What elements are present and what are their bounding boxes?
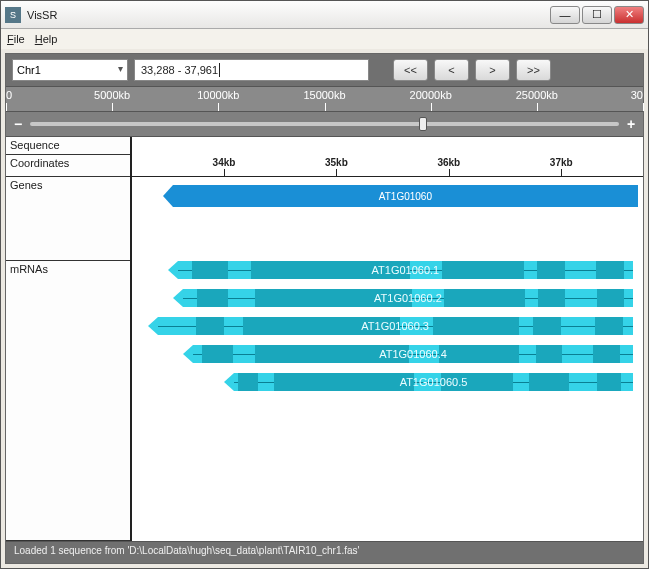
nav-next-button[interactable]: > [475,59,510,81]
toolbar: Chr1 33,288 - 37,961 << < > >> [6,54,643,86]
zoom-in-button[interactable]: + [625,116,637,132]
content-frame: Chr1 33,288 - 37,961 << < > >> 05000kb10… [5,53,644,564]
menu-help[interactable]: Help [35,33,58,45]
menu-file[interactable]: File [7,33,25,45]
gene-feature[interactable]: AT1G01060 [173,185,638,207]
maximize-button[interactable]: ☐ [582,6,612,24]
zoom-slider-thumb[interactable] [419,117,427,131]
coordinate-ruler: 34kb35kb36kb37kb [132,155,643,177]
nav-prev-button[interactable]: < [434,59,469,81]
zoom-slider-bar: − + [6,112,643,136]
chromosome-value: Chr1 [17,64,41,76]
window-title: VisSR [27,9,550,21]
chromosome-select[interactable]: Chr1 [12,59,128,81]
track-label-sequence[interactable]: Sequence [6,137,130,155]
range-value: 33,288 - 37,961 [141,64,218,76]
close-button[interactable]: ✕ [614,6,644,24]
overview-ruler[interactable]: 05000kb10000kb15000kb20000kb25000kb30 [6,86,643,112]
mrna-feature[interactable]: AT1G01060.3 [158,317,633,335]
mrna-feature[interactable]: AT1G01060.2 [183,289,633,307]
zoom-out-button[interactable]: − [12,116,24,132]
mrna-feature[interactable]: AT1G01060.5 [234,373,633,391]
track-labels-column: Sequence Coordinates Genes mRNAs [6,137,132,541]
mrna-feature[interactable]: AT1G01060.1 [178,261,633,279]
track-label-genes[interactable]: Genes [6,177,130,261]
menubar: File Help [1,29,648,49]
range-input[interactable]: 33,288 - 37,961 [134,59,369,81]
main-view: Sequence Coordinates Genes mRNAs 34kb35k… [6,136,643,541]
mrna-feature[interactable]: AT1G01060.4 [193,345,632,363]
track-label-mrnas[interactable]: mRNAs [6,261,130,541]
track-label-coordinates[interactable]: Coordinates [6,155,130,177]
app-icon: S [5,7,21,23]
status-bar: Loaded 1 sequence from 'D:\LocalData\hug… [6,541,643,563]
titlebar[interactable]: S VisSR — ☐ ✕ [1,1,648,29]
minimize-button[interactable]: — [550,6,580,24]
nav-last-button[interactable]: >> [516,59,551,81]
app-window: S VisSR — ☐ ✕ File Help Chr1 33,288 - 37… [0,0,649,569]
nav-first-button[interactable]: << [393,59,428,81]
zoom-slider-track[interactable] [30,122,619,126]
genome-viewport[interactable]: 34kb35kb36kb37kb AT1G01060 AT1G01060.1AT… [132,137,643,541]
